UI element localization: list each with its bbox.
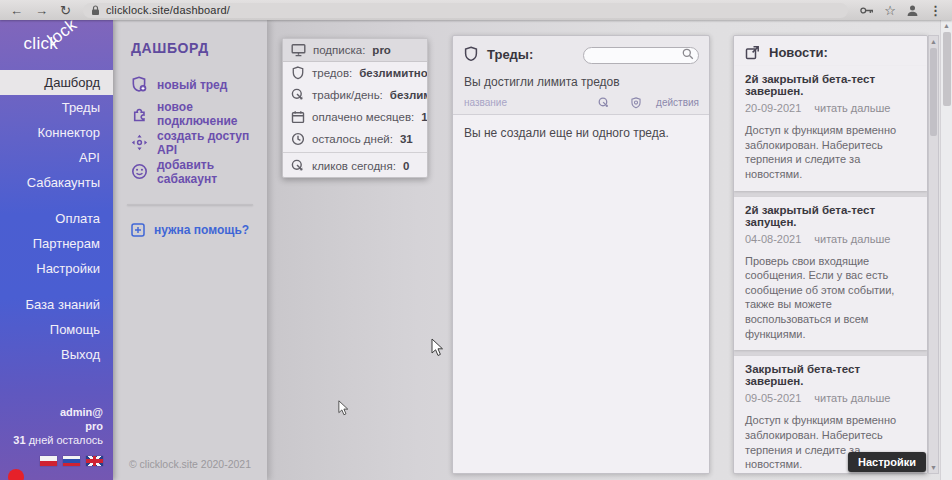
- search-icon: [682, 48, 694, 60]
- need-help-link[interactable]: нужна помощь?: [131, 223, 267, 237]
- profile-avatar-icon[interactable]: [906, 4, 919, 17]
- scroll-down-icon[interactable]: ▼: [929, 462, 938, 473]
- sidebar-item-threads[interactable]: Треды: [0, 95, 113, 120]
- window-scrollbar-thumb[interactable]: [943, 32, 951, 106]
- monitor-icon: [291, 43, 306, 57]
- sidebar-nav: Дашборд Треды Коннектор API Сабакаунты О…: [0, 70, 113, 367]
- news-item-title: 2й закрытый бета-тест запущен.: [745, 204, 917, 228]
- read-more-link[interactable]: читать дальше: [814, 233, 890, 245]
- window-scrollbar[interactable]: ▲: [940, 20, 952, 480]
- news-scrollbar-thumb[interactable]: [930, 48, 937, 136]
- language-switcher: [13, 456, 103, 466]
- flag-russia-icon[interactable]: [63, 456, 80, 466]
- browser-actions: ☆ ⋮: [860, 4, 942, 17]
- url-text: clicklock.site/dashboard/: [106, 4, 230, 16]
- clicks-column-icon: [598, 97, 610, 109]
- news-scrollbar[interactable]: ▲ ▼: [928, 35, 939, 474]
- account-plan: pro: [13, 419, 103, 433]
- flag-poland-icon[interactable]: [40, 456, 57, 466]
- browser-menu-icon[interactable]: ⋮: [929, 4, 942, 17]
- clock-icon: [291, 132, 305, 146]
- sidebar-item-api[interactable]: API: [0, 145, 113, 170]
- sidebar-item-settings[interactable]: Настройки: [0, 256, 113, 281]
- subscription-header-row: подписка: pro: [283, 39, 427, 62]
- subscription-row-threads: тредов: безлимитно: [283, 62, 427, 84]
- flag-uk-icon[interactable]: [86, 456, 103, 466]
- news-item-title: 2й закрытый бета-тест завершен.: [745, 73, 917, 97]
- sidebar-item-subaccounts[interactable]: Сабакаунты: [0, 170, 113, 195]
- news-item-title: Закрытый бета-тест завершен.: [745, 363, 917, 387]
- recording-dot-icon: [8, 469, 24, 480]
- sidebar-item-connector[interactable]: Коннектор: [0, 120, 113, 145]
- column-actions-label: действия: [656, 97, 699, 108]
- account-info: admin@ pro 31 дней осталось: [13, 405, 103, 466]
- divider: [283, 152, 427, 153]
- subscription-row-clicks-today: кликов сегодня: 0: [283, 155, 427, 177]
- scroll-up-icon[interactable]: ▲: [929, 36, 938, 47]
- puzzle-icon: [131, 105, 148, 122]
- calendar-icon: [291, 110, 305, 124]
- sidebar-item-knowledge-base[interactable]: База знаний: [0, 292, 113, 317]
- create-api-access-link[interactable]: создать доступ API: [131, 132, 267, 153]
- news-title: Новости:: [769, 45, 828, 60]
- lock-icon: [91, 5, 100, 16]
- settings-button[interactable]: Настройки: [848, 452, 926, 472]
- threads-search: [583, 45, 699, 64]
- threads-title: Треды:: [487, 47, 533, 62]
- sidebar-item-logout[interactable]: Выход: [0, 342, 113, 367]
- bookmark-star-icon[interactable]: ☆: [884, 4, 896, 17]
- scroll-up-icon[interactable]: ▲: [941, 20, 952, 31]
- read-more-link[interactable]: читать дальше: [814, 102, 890, 114]
- subscription-row-months: оплачено месяцев: 1: [283, 106, 427, 128]
- move-arrows-icon: [131, 134, 148, 151]
- key-icon[interactable]: [860, 6, 874, 15]
- column-name-label: название: [464, 97, 598, 108]
- sidebar-item-payment[interactable]: Оплата: [0, 206, 113, 231]
- news-list: 2й закрытый бета-тест завершен. 20-09-20…: [734, 66, 927, 474]
- reload-icon[interactable]: ↻: [60, 4, 71, 17]
- browser-toolbar: ← → ↻ clicklock.site/dashboard/ ☆ ⋮: [0, 0, 952, 20]
- click-icon: [291, 159, 305, 173]
- news-item: 2й закрытый бета-тест запущен. 04-08-202…: [734, 197, 927, 351]
- quick-links: новый тред новое подключение создать дос…: [131, 74, 267, 182]
- shield-icon: [291, 66, 305, 80]
- news-item-body: Проверь свои входящие сообщения. Если у …: [745, 254, 917, 342]
- main-content: подписка: pro тредов: безлимитно трафик/…: [267, 20, 952, 480]
- new-connection-link[interactable]: новое подключение: [131, 103, 267, 124]
- threads-limit-notice: Вы достигли лимита тредов: [453, 64, 709, 96]
- account-days-left: 31 дней осталось: [13, 433, 103, 447]
- news-item-date: 04-08-2021: [745, 233, 801, 245]
- external-link-icon: [745, 45, 760, 60]
- sidebar: clicklock Дашборд Треды Коннектор API Са…: [0, 20, 113, 480]
- subscription-row-traffic: трафик/день: безлимитно: [283, 84, 427, 106]
- news-item-date: 09-05-2021: [745, 392, 801, 404]
- sidebar-item-partners[interactable]: Партнерам: [0, 231, 113, 256]
- back-icon[interactable]: ←: [10, 4, 23, 17]
- subscription-card: подписка: pro тредов: безлимитно трафик/…: [282, 38, 428, 178]
- divider: [127, 204, 253, 205]
- nav-gap: [0, 195, 113, 206]
- address-bar[interactable]: clicklock.site/dashboard/: [83, 3, 848, 18]
- threads-panel: Треды: Вы достигли лимита тредов названи…: [452, 35, 710, 474]
- sidebar-item-help[interactable]: Помощь: [0, 317, 113, 342]
- threads-empty-state: Вы не создали еще ни одного треда.: [453, 115, 709, 474]
- news-panel-header: Новости:: [734, 36, 927, 66]
- new-thread-link[interactable]: новый тред: [131, 74, 267, 95]
- add-subaccount-link[interactable]: добавить сабакаунт: [131, 161, 267, 182]
- news-item: 2й закрытый бета-тест завершен. 20-09-20…: [734, 66, 927, 191]
- plus-square-icon: [131, 223, 145, 237]
- dashboard-quick-panel: ДАШБОРД новый тред новое подключение соз…: [113, 20, 267, 480]
- news-item-date: 20-09-2021: [745, 102, 801, 114]
- sidebar-item-dashboard[interactable]: Дашборд: [0, 70, 113, 95]
- threads-panel-header: Треды:: [453, 36, 709, 64]
- threads-table-header: название действия: [453, 96, 709, 115]
- shield-plus-icon: [131, 76, 148, 93]
- read-more-link[interactable]: читать дальше: [814, 392, 890, 404]
- copyright-text: © clicklock.site 2020-2021: [113, 458, 267, 470]
- screen: ← → ↻ clicklock.site/dashboard/ ☆ ⋮ clic…: [0, 0, 952, 480]
- shield-target-column-icon: [630, 97, 642, 109]
- news-item-body: Доступ к функциям временно заблокирован.…: [745, 123, 917, 182]
- app-logo: clicklock: [0, 20, 113, 66]
- dashboard-title: ДАШБОРД: [131, 40, 267, 56]
- forward-icon[interactable]: →: [35, 4, 48, 17]
